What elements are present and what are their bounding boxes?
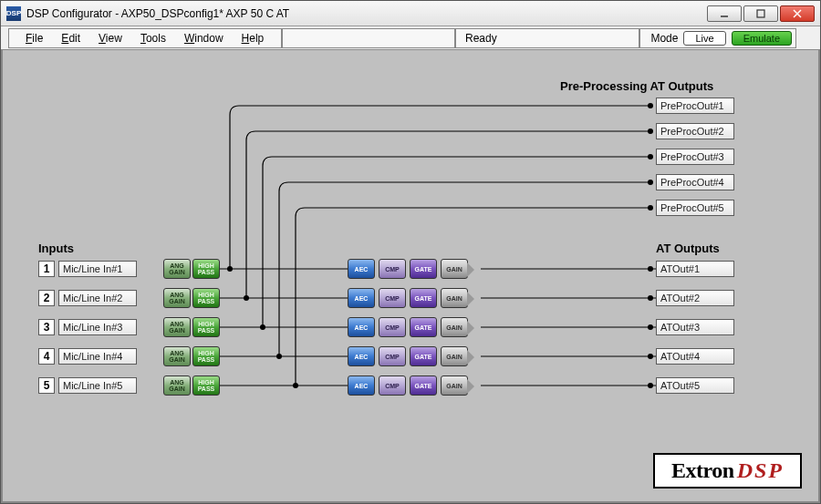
- input-num-5: 5: [38, 377, 55, 394]
- aec-block-3[interactable]: AEC: [348, 317, 375, 337]
- menu-tools[interactable]: Tools: [133, 31, 173, 46]
- toolbar-spacer: [282, 28, 455, 48]
- minimize-button[interactable]: [707, 5, 742, 22]
- app-window: DSP DSP Configurator - AXP50_DSPconfig1*…: [0, 0, 821, 504]
- emulate-button[interactable]: Emulate: [732, 31, 792, 46]
- input-box-1[interactable]: Mic/Line In#1: [58, 261, 137, 277]
- svg-point-20: [648, 295, 653, 301]
- svg-point-14: [648, 103, 653, 108]
- input-num-3: 3: [38, 319, 55, 335]
- gain-block-3[interactable]: GAIN: [441, 317, 468, 337]
- gain-block-4[interactable]: GAIN: [441, 346, 468, 366]
- brand-extron: Extron: [671, 458, 734, 482]
- menu-window[interactable]: Window: [177, 31, 231, 46]
- menu-edit[interactable]: Edit: [54, 31, 88, 46]
- input-box-2[interactable]: Mic/Line In#2: [58, 290, 137, 306]
- high-pass-block-4[interactable]: HIGHPASS: [192, 346, 220, 366]
- svg-rect-1: [757, 10, 764, 17]
- input-box-5[interactable]: Mic/Line In#5: [58, 377, 137, 394]
- at-out-5[interactable]: ATOut#5: [656, 377, 734, 394]
- maximize-button[interactable]: [743, 5, 778, 22]
- svg-point-28: [293, 383, 298, 388]
- cmp-block-5[interactable]: CMP: [379, 375, 406, 396]
- brand-dsp: DSP: [737, 458, 784, 482]
- at-out-4[interactable]: ATOut#4: [656, 348, 734, 365]
- high-pass-block-2[interactable]: HIGHPASS: [192, 288, 220, 308]
- mode-label: Mode: [650, 32, 678, 45]
- svg-point-17: [648, 180, 653, 185]
- window-title: DSP Configurator - AXP50_DSPconfig1* AXP…: [26, 7, 707, 20]
- close-button[interactable]: [780, 5, 815, 22]
- input-num-1: 1: [38, 261, 55, 277]
- title-bar: DSP DSP Configurator - AXP50_DSPconfig1*…: [1, 1, 820, 26]
- high-pass-block-5[interactable]: HIGHPASS: [192, 375, 220, 396]
- gain-block-1[interactable]: GAIN: [441, 259, 468, 279]
- status-box: Ready: [455, 28, 639, 48]
- preproc-out-3[interactable]: PreProcOut#3: [656, 149, 734, 165]
- mode-box: Mode Live Emulate: [639, 28, 796, 48]
- gain-block-5[interactable]: GAIN: [441, 375, 468, 396]
- cmp-block-4[interactable]: CMP: [379, 346, 406, 366]
- input-box-4[interactable]: Mic/Line In#4: [58, 348, 137, 365]
- preproc-out-2[interactable]: PreProcOut#2: [656, 123, 734, 139]
- gate-block-5[interactable]: GATE: [410, 375, 437, 396]
- gate-block-3[interactable]: GATE: [410, 317, 437, 337]
- svg-point-23: [648, 383, 653, 388]
- ang-gain-block-1[interactable]: ANGGAIN: [163, 259, 191, 279]
- ang-gain-block-3[interactable]: ANGGAIN: [163, 317, 191, 337]
- input-box-3[interactable]: Mic/Line In#3: [58, 319, 137, 335]
- svg-point-15: [648, 129, 653, 134]
- input-num-4: 4: [38, 348, 55, 365]
- gate-block-1[interactable]: GATE: [410, 259, 437, 279]
- app-icon: DSP: [6, 6, 21, 21]
- cmp-block-2[interactable]: CMP: [379, 288, 406, 308]
- gate-block-2[interactable]: GATE: [410, 288, 437, 308]
- at-out-2[interactable]: ATOut#2: [656, 290, 734, 306]
- brand-logo: ExtronDSP: [653, 453, 802, 489]
- svg-point-21: [648, 324, 653, 330]
- live-button[interactable]: Live: [683, 31, 725, 46]
- menu-file[interactable]: File: [18, 31, 50, 46]
- preproc-out-1[interactable]: PreProcOut#1: [656, 98, 734, 114]
- svg-point-27: [276, 354, 282, 359]
- menu-help[interactable]: Help: [234, 31, 272, 46]
- high-pass-block-1[interactable]: HIGHPASS: [192, 259, 220, 279]
- svg-point-19: [648, 266, 653, 272]
- dsp-canvas: Inputs Pre-Processing AT Outputs AT Outp…: [1, 50, 820, 503]
- aec-block-2[interactable]: AEC: [348, 288, 375, 308]
- menu-main: File Edit View Tools Window Help: [8, 28, 282, 48]
- window-controls: [707, 5, 815, 22]
- ang-gain-block-5[interactable]: ANGGAIN: [163, 375, 191, 396]
- svg-point-16: [648, 154, 653, 159]
- menu-bar: File Edit View Tools Window Help Ready M…: [1, 26, 820, 50]
- at-out-1[interactable]: ATOut#1: [656, 261, 734, 277]
- ang-gain-block-4[interactable]: ANGGAIN: [163, 346, 191, 366]
- status-text: Ready: [465, 32, 497, 45]
- high-pass-block-3[interactable]: HIGHPASS: [192, 317, 220, 337]
- cmp-block-3[interactable]: CMP: [379, 317, 406, 337]
- svg-point-25: [244, 295, 249, 301]
- gate-block-4[interactable]: GATE: [410, 346, 437, 366]
- gain-block-2[interactable]: GAIN: [441, 288, 468, 308]
- aec-block-1[interactable]: AEC: [348, 259, 375, 279]
- input-num-2: 2: [38, 290, 55, 306]
- cmp-block-1[interactable]: CMP: [379, 259, 406, 279]
- preproc-out-5[interactable]: PreProcOut#5: [656, 200, 734, 216]
- svg-point-24: [227, 266, 233, 272]
- svg-point-22: [648, 354, 653, 359]
- aec-block-4[interactable]: AEC: [348, 346, 375, 366]
- preproc-out-4[interactable]: PreProcOut#4: [656, 174, 734, 190]
- ang-gain-block-2[interactable]: ANGGAIN: [163, 288, 191, 308]
- svg-point-26: [260, 324, 265, 330]
- aec-block-5[interactable]: AEC: [348, 375, 375, 396]
- at-out-3[interactable]: ATOut#3: [656, 319, 734, 335]
- svg-point-18: [648, 205, 653, 211]
- menu-view[interactable]: View: [91, 31, 130, 46]
